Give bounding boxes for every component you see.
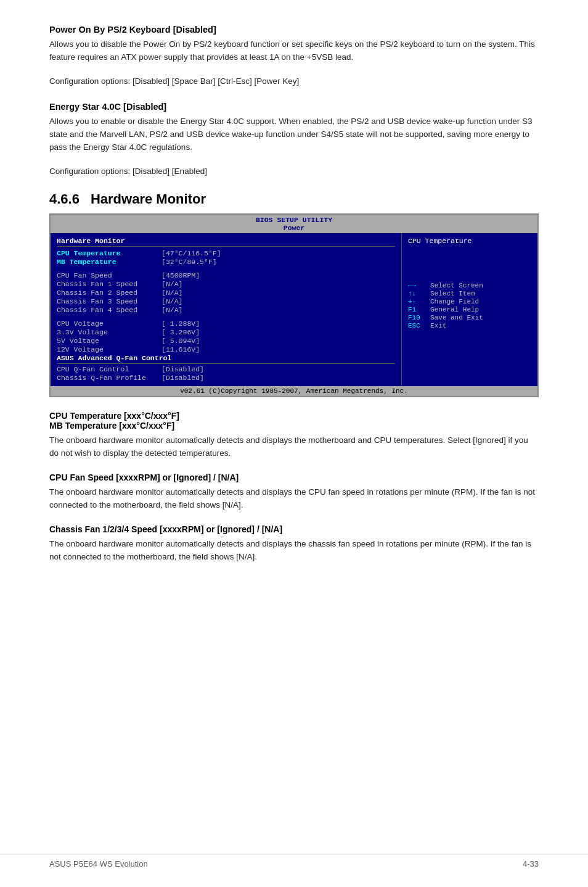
chapter-num: 4.6.6	[49, 191, 80, 207]
bios-help-change: +- Change Field	[408, 298, 531, 305]
bios-help-key-item: ↑↓	[408, 290, 430, 297]
bios-value-3v3-voltage: [ 3.296V]	[161, 328, 200, 336]
bios-help-esc: ESC Exit	[408, 322, 531, 329]
energy-star-section: Energy Star 4.0C [Disabled] Allows you t…	[49, 102, 539, 178]
bios-row-cpu-qfan: CPU Q-Fan Control [Disabled]	[57, 365, 395, 373]
bios-help-key-esc: ESC	[408, 322, 430, 329]
bios-content: Hardware Monitor CPU Temperature [47°C/1…	[51, 233, 537, 386]
bios-row-mb-temp: MB Temperature [32°C/89.5°F]	[57, 258, 395, 266]
bios-title: BIOS SETUP UTILITY	[256, 216, 332, 224]
bios-section-header: Hardware Monitor	[57, 237, 395, 247]
bios-menu-label: Power	[284, 224, 305, 232]
bios-help-desc-esc: Exit	[430, 322, 446, 329]
bios-help-section: ←→ Select Screen ↑↓ Select Item +- Chang…	[408, 282, 531, 329]
bios-divider	[57, 363, 395, 364]
bios-value-cpu-temp: [47°C/116.5°F]	[161, 249, 221, 257]
bios-help-key-screen: ←→	[408, 282, 430, 289]
bios-row-chassis-fan2: Chassis Fan 2 Speed [N/A]	[57, 289, 395, 297]
bios-label-chassis-fan4: Chassis Fan 4 Speed	[57, 306, 161, 314]
bios-row-chassis-fan1: Chassis Fan 1 Speed [N/A]	[57, 280, 395, 288]
bios-value-mb-temp: [32°C/89.5°F]	[161, 258, 217, 266]
power-on-ps2-title: Power On By PS/2 Keyboard [Disabled]	[49, 25, 539, 35]
cpu-temp-body: The onboard hardware monitor automatical…	[49, 434, 539, 460]
bios-value-chassis-fan4: [N/A]	[161, 306, 183, 314]
bios-label-cpu-voltage: CPU Voltage	[57, 320, 161, 328]
bios-value-chassis-fan3: [N/A]	[161, 297, 183, 305]
cpu-fan-section: CPU Fan Speed [xxxxRPM] or [Ignored] / […	[49, 472, 539, 512]
bios-label-chassis-qfan: Chassis Q-Fan Profile	[57, 374, 161, 382]
bios-spacer-1	[57, 266, 395, 271]
bios-row-chassis-fan3: Chassis Fan 3 Speed [N/A]	[57, 297, 395, 305]
cpu-temp-section: CPU Temperature [xxx°C/xxx°F]MB Temperat…	[49, 411, 539, 460]
bios-help-desc-screen: Select Screen	[430, 282, 483, 289]
bios-value-12v-voltage: [11.616V]	[161, 345, 200, 353]
bios-left-panel: Hardware Monitor CPU Temperature [47°C/1…	[51, 233, 402, 386]
bios-help-desc-item: Select Item	[430, 290, 475, 297]
bios-spacer-2	[57, 315, 395, 319]
bios-value-chassis-fan2: [N/A]	[161, 289, 183, 297]
bios-row-chassis-fan4: Chassis Fan 4 Speed [N/A]	[57, 306, 395, 314]
chapter-name: Hardware Monitor	[91, 191, 206, 207]
bios-right-header: CPU Temperature	[408, 237, 531, 245]
bios-label-5v-voltage: 5V Voltage	[57, 337, 161, 345]
bios-label-cpu-temp: CPU Temperature	[57, 249, 161, 257]
bios-value-cpu-qfan: [Disabled]	[161, 365, 204, 373]
bios-help-f1: F1 General Help	[408, 306, 531, 313]
bios-row-cpu-temp: CPU Temperature [47°C/116.5°F]	[57, 249, 395, 257]
bios-help-key-f10: F10	[408, 314, 430, 321]
energy-star-config: Configuration options: [Disabled] [Enabl…	[49, 165, 539, 178]
bios-value-chassis-qfan: [Disabled]	[161, 374, 204, 382]
bios-help-key-f1: F1	[408, 306, 430, 313]
bios-qfan-header: ASUS Advanced Q-Fan Control	[57, 354, 395, 362]
power-on-ps2-config: Configuration options: [Disabled] [Space…	[49, 75, 539, 88]
bios-label-mb-temp: MB Temperature	[57, 258, 161, 266]
bios-help-key-change: +-	[408, 298, 430, 305]
chapter-header: 4.6.6 Hardware Monitor	[49, 191, 539, 207]
bios-value-cpu-fan: [4500RPM]	[161, 271, 200, 279]
bios-title-bar: BIOS SETUP UTILITY Power	[51, 215, 537, 233]
bios-row-3v3-voltage: 3.3V Voltage [ 3.296V]	[57, 328, 395, 336]
footer-left: ASUS P5E64 WS Evolution	[49, 859, 148, 868]
bios-label-cpu-qfan: CPU Q-Fan Control	[57, 365, 161, 373]
bios-label-chassis-fan2: Chassis Fan 2 Speed	[57, 289, 161, 297]
chassis-fan-section: Chassis Fan 1/2/3/4 Speed [xxxxRPM] or […	[49, 524, 539, 564]
bios-help-select-screen: ←→ Select Screen	[408, 282, 531, 289]
footer-right: 4-33	[523, 859, 539, 868]
bios-value-cpu-voltage: [ 1.288V]	[161, 320, 200, 328]
bios-footer: v02.61 (C)Copyright 1985-2007, American …	[51, 386, 537, 396]
cpu-temp-title: CPU Temperature [xxx°C/xxx°F]MB Temperat…	[49, 411, 539, 431]
bios-help-desc-f1: General Help	[430, 306, 479, 313]
bios-help-desc-f10: Save and Exit	[430, 314, 483, 321]
bios-row-12v-voltage: 12V Voltage [11.616V]	[57, 345, 395, 353]
bios-row-cpu-fan: CPU Fan Speed [4500RPM]	[57, 271, 395, 279]
power-on-ps2-section: Power On By PS/2 Keyboard [Disabled] All…	[49, 25, 539, 88]
energy-star-body: Allows you to enable or disable the Ener…	[49, 115, 539, 154]
bios-row-chassis-qfan: Chassis Q-Fan Profile [Disabled]	[57, 374, 395, 382]
bios-row-cpu-voltage: CPU Voltage [ 1.288V]	[57, 320, 395, 328]
bios-help-select-item: ↑↓ Select Item	[408, 290, 531, 297]
chassis-fan-title: Chassis Fan 1/2/3/4 Speed [xxxxRPM] or […	[49, 524, 539, 534]
bios-value-5v-voltage: [ 5.094V]	[161, 337, 200, 345]
power-on-ps2-body: Allows you to disable the Power On by PS…	[49, 38, 539, 64]
bios-label-chassis-fan1: Chassis Fan 1 Speed	[57, 280, 161, 288]
bios-qfan-label: ASUS Advanced Q-Fan Control	[57, 354, 171, 362]
bios-screen: BIOS SETUP UTILITY Power Hardware Monito…	[49, 213, 539, 397]
bios-label-3v3-voltage: 3.3V Voltage	[57, 328, 161, 336]
bios-help-desc-change: Change Field	[430, 298, 479, 305]
bios-row-5v-voltage: 5V Voltage [ 5.094V]	[57, 337, 395, 345]
cpu-fan-title: CPU Fan Speed [xxxxRPM] or [Ignored] / […	[49, 472, 539, 482]
page-footer: ASUS P5E64 WS Evolution 4-33	[0, 854, 588, 868]
bios-value-chassis-fan1: [N/A]	[161, 280, 183, 288]
bios-label-12v-voltage: 12V Voltage	[57, 345, 161, 353]
cpu-fan-body: The onboard hardware monitor automatical…	[49, 486, 539, 512]
bios-label-cpu-fan: CPU Fan Speed	[57, 271, 161, 279]
bios-right-panel: CPU Temperature ←→ Select Screen ↑↓ Sele…	[402, 233, 537, 386]
chassis-fan-body: The onboard hardware monitor automatical…	[49, 538, 539, 564]
energy-star-title: Energy Star 4.0C [Disabled]	[49, 102, 539, 112]
bios-help-f10: F10 Save and Exit	[408, 314, 531, 321]
bios-label-chassis-fan3: Chassis Fan 3 Speed	[57, 297, 161, 305]
